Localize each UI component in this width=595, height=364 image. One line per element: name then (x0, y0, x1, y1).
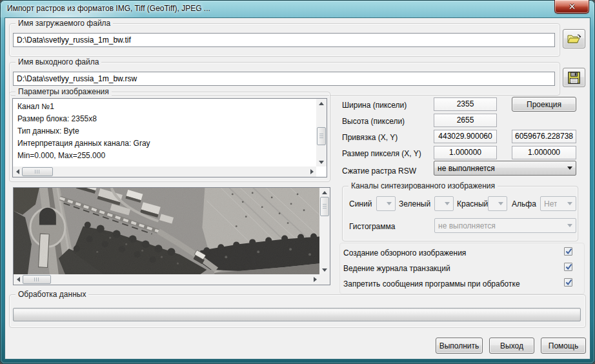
group-progress: Обработка данных (9, 294, 586, 328)
alpha-channel-select: Нет (540, 196, 576, 211)
chevron-down-icon (445, 202, 450, 205)
scroll-up-arrow[interactable] (319, 188, 330, 197)
preview-panel (13, 187, 330, 285)
alpha-channel-label: Альфа (512, 197, 536, 210)
scroll-right-arrow[interactable] (307, 167, 316, 177)
histogram-select: не выполняется (434, 218, 576, 233)
group-channels-label: Каналы синтезированного изображения (348, 181, 498, 190)
group-input-file-label: Имя загружаемого файла (15, 19, 113, 28)
rsw-compression-label: Сжатие растра RSW (342, 165, 416, 177)
pixel-size-label: Размер пикселя (X, Y) (342, 147, 421, 160)
progress-bar (13, 308, 581, 321)
close-icon (569, 3, 576, 10)
red-channel-label: Красный (457, 197, 488, 210)
output-file-path-field[interactable] (13, 72, 555, 86)
chevron-down-icon (567, 202, 572, 205)
help-button[interactable]: Помощь (541, 338, 586, 354)
param-line: Тип данных: Byte (17, 125, 312, 137)
param-line: Min=0.000, Max=255.000 (17, 150, 312, 162)
group-progress-label: Обработка данных (15, 290, 88, 299)
checkmark-icon (565, 263, 573, 271)
param-line: Размер блока: 2355x8 (17, 113, 312, 125)
close-button[interactable] (554, 0, 589, 14)
image-params-listbox[interactable]: Канал №1 Размер блока: 2355x8 Тип данных… (12, 98, 327, 177)
preview-vertical-scrollbar[interactable] (319, 188, 330, 274)
params-vertical-scrollbar[interactable] (316, 99, 327, 167)
group-output-file-label: Имя выходного файла (15, 57, 101, 66)
params-vscroll-thumb[interactable] (317, 127, 326, 145)
green-channel-select (434, 196, 454, 211)
exit-button[interactable]: Выход (489, 338, 534, 354)
transaction-log-checkbox[interactable] (564, 263, 572, 271)
preview-horizontal-scrollbar[interactable] (14, 274, 319, 285)
group-channels: Каналы синтезированного изображения Сини… (342, 186, 578, 241)
red-channel-select (488, 196, 507, 211)
width-label: Ширина (пиксели) (342, 99, 407, 112)
overview-image-checkbox[interactable] (564, 247, 572, 256)
input-file-path-field[interactable] (13, 33, 555, 47)
overview-image-label: Создание обзорного изображения (343, 247, 466, 259)
image-params-text: Канал №1 Размер блока: 2355x8 Тип данных… (13, 99, 316, 167)
browse-input-file-button[interactable] (563, 29, 585, 48)
suppress-messages-label: Запретить сообщения программы при обрабо… (343, 278, 520, 290)
scroll-left-arrow[interactable] (13, 167, 22, 177)
height-label: Высота (пиксели) (342, 115, 405, 128)
group-input-file: Имя загружаемого файла (9, 23, 560, 57)
anchor-x-field[interactable]: 443029.900060 (434, 130, 497, 143)
scroll-up-arrow[interactable] (316, 99, 327, 108)
projection-button[interactable]: Проекция (512, 97, 576, 112)
scroll-down-arrow[interactable] (319, 265, 330, 274)
group-image-params-label: Параметры изображения (15, 87, 112, 96)
run-button[interactable]: Выполнить (436, 338, 483, 354)
pixel-size-x-field[interactable]: 1.000000 (434, 146, 497, 159)
titlebar[interactable]: Импорт растров из форматов IMG, Tiff (Ge… (0, 0, 595, 17)
window-title: Импорт растров из форматов IMG, Tiff (Ge… (7, 4, 210, 13)
checkmark-icon (565, 278, 573, 287)
green-channel-label: Зеленый (399, 197, 430, 210)
transaction-log-label: Ведение журнала транзакций (343, 262, 450, 275)
alpha-channel-value: Нет (544, 199, 557, 208)
params-hscroll-thumb[interactable] (22, 167, 53, 176)
blue-channel-label: Синий (349, 197, 372, 210)
rsw-compression-select[interactable]: не выполняется (434, 161, 576, 176)
params-horizontal-scrollbar[interactable] (13, 167, 316, 177)
preview-vscroll-thumb[interactable] (320, 197, 329, 216)
preview-hscroll-thumb[interactable] (23, 275, 51, 284)
aerial-preview-image (14, 188, 319, 274)
anchor-y-field[interactable]: 6059676.228738 (512, 130, 576, 143)
checkmark-icon (565, 247, 573, 256)
pixel-size-y-field[interactable]: 1.000000 (512, 146, 576, 159)
histogram-value: не выполняется (438, 221, 496, 230)
floppy-disk-icon (568, 72, 580, 84)
chevron-down-icon (387, 202, 392, 205)
suppress-messages-checkbox[interactable] (564, 278, 572, 287)
blue-channel-select (376, 196, 396, 211)
import-raster-dialog: Импорт растров из форматов IMG, Tiff (Ge… (0, 0, 595, 364)
scrollbar-corner (319, 274, 330, 285)
width-field[interactable]: 2355 (434, 97, 497, 111)
save-output-file-button[interactable] (563, 68, 585, 87)
height-field[interactable]: 2655 (434, 114, 497, 127)
param-line: Канал №1 (17, 101, 312, 113)
anchor-label: Привязка (X, Y) (342, 131, 398, 144)
histogram-label: Гистограмма (349, 220, 395, 233)
chevron-down-icon (567, 167, 572, 170)
scroll-left-arrow[interactable] (14, 274, 23, 285)
rsw-compression-value: не выполняется (438, 164, 495, 173)
chevron-down-icon (567, 224, 572, 227)
scroll-down-arrow[interactable] (316, 157, 327, 167)
chevron-down-icon (498, 202, 503, 205)
param-line: Интерпретация данных канала: Gray (17, 137, 312, 150)
dialog-content: Имя загружаемого файла Имя выходного фай… (5, 18, 590, 359)
folder-open-icon (567, 34, 581, 45)
scroll-right-arrow[interactable] (310, 274, 319, 285)
